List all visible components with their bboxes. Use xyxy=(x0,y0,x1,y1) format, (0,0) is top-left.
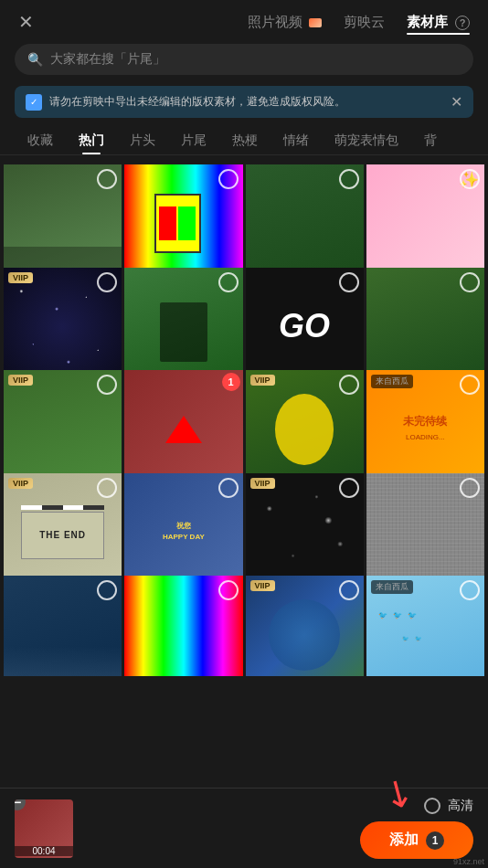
quality-radio[interactable] xyxy=(424,798,440,814)
select-circle-4[interactable] xyxy=(460,169,480,189)
grid-item-16[interactable]: ⬇ 00:01 xyxy=(366,473,484,591)
grid-item-12[interactable]: 未完待续LOADING... 来自西瓜 ⬇ 00:04 xyxy=(366,370,484,488)
vip-badge-19: VIIP xyxy=(250,580,275,591)
tab-cloud[interactable]: 剪映云 xyxy=(344,14,385,31)
select-circle-6[interactable] xyxy=(218,272,239,292)
help-icon[interactable]: ? xyxy=(455,16,470,30)
grid-item-1[interactable]: ⬇ 00:29 xyxy=(4,164,122,282)
selected-duration: 00:04 xyxy=(15,846,73,856)
close-notice-button[interactable]: ✕ xyxy=(451,93,462,111)
select-circle-18[interactable] xyxy=(218,580,239,600)
add-count: 1 xyxy=(426,831,444,850)
grid-item-7[interactable]: GO ⬇ 00:02 xyxy=(246,268,364,386)
top-nav: ✕ 照片视频 剪映云 素材库 ? xyxy=(0,0,488,44)
notice-text: 请勿在剪映中导出未经编辑的版权素材，避免造成版权风险。 xyxy=(49,94,443,110)
watermark: 91xz.net xyxy=(453,857,484,866)
close-button[interactable]: ✕ xyxy=(18,11,46,33)
select-circle-14[interactable] xyxy=(218,478,239,498)
select-circle-11[interactable] xyxy=(339,375,359,395)
notice-bar: ✓ 请勿在剪映中导出未经编辑的版权素材，避免造成版权风险。 ✕ xyxy=(15,86,473,118)
select-circle-5[interactable] xyxy=(97,272,117,292)
grid-item-13[interactable]: THE END VIIP ⬇ 00:12 xyxy=(4,473,122,591)
grid-item-8[interactable]: ⬇ 00:15 xyxy=(366,268,484,386)
bottom-right: 高清 添加 1 xyxy=(360,798,473,859)
bottom-area: 00:04 − 高清 添加 1 xyxy=(0,788,488,868)
vip-badge-13: VIIP xyxy=(8,478,33,489)
select-circle-8[interactable] xyxy=(460,272,480,292)
grid-item-15[interactable]: VIIP ⬇ 00:08 xyxy=(246,473,364,591)
vip-badge-11: VIIP xyxy=(250,375,275,386)
bottom-row: 00:04 − 高清 添加 1 xyxy=(15,798,473,859)
category-hot[interactable]: 热门 xyxy=(66,127,117,154)
select-circle-3[interactable] xyxy=(339,169,359,189)
selected-thumbnail: 00:04 − xyxy=(15,799,73,858)
category-title[interactable]: 片头 xyxy=(117,127,168,154)
select-circle-15[interactable] xyxy=(339,478,359,498)
grid-item-14[interactable]: 祝您HAPPY DAY ⬇ 00:07 xyxy=(124,473,242,591)
category-tail[interactable]: 片尾 xyxy=(168,127,219,154)
xigua-badge-12: 来自西瓜 xyxy=(371,375,413,388)
video-icon xyxy=(309,18,322,27)
quality-label: 高清 xyxy=(448,798,473,814)
xigua-badge-20: 来自西瓜 xyxy=(371,580,413,594)
add-button-label: 添加 xyxy=(389,831,419,847)
category-bg[interactable]: 背 xyxy=(411,127,450,154)
grid-item-11[interactable]: VIIP ⬇ 00:11 xyxy=(246,370,364,488)
category-collect[interactable]: 收藏 xyxy=(15,127,66,154)
vip-badge-15: VIIP xyxy=(250,478,275,489)
vip-badge-9: VIIP xyxy=(8,375,33,386)
shield-icon: ✓ xyxy=(26,94,42,111)
select-circle-7[interactable] xyxy=(339,272,359,292)
nav-tabs: 照片视频 剪映云 素材库 ? xyxy=(248,14,470,31)
search-icon: 🔍 xyxy=(27,52,43,67)
grid-item-9[interactable]: VIIP xyxy=(4,370,122,488)
number-badge-10: 1 xyxy=(222,373,240,391)
tab-photos[interactable]: 照片视频 xyxy=(248,14,322,31)
grid-item-18[interactable] xyxy=(124,576,242,676)
select-circle-16[interactable] xyxy=(460,478,480,498)
grid-item-4[interactable]: ✨ ⬇ 00:04 xyxy=(366,164,484,282)
grid-item-2[interactable]: ⬇ 00:01 xyxy=(124,164,242,282)
grid-item-20[interactable]: 🐦 🐦 🐦 🐦 🐦 来自西瓜 xyxy=(366,576,484,676)
tab-materials[interactable]: 素材库 ? xyxy=(407,14,470,31)
quality-row: 高清 xyxy=(424,798,473,814)
category-emotion[interactable]: 情绪 xyxy=(271,127,322,154)
grid-item-6[interactable]: ⬇ 00:04 xyxy=(124,268,242,386)
category-tabs: 收藏 热门 片头 片尾 热梗 情绪 萌宠表情包 背 xyxy=(0,127,488,155)
category-meme[interactable]: 热梗 xyxy=(219,127,271,154)
select-circle-2[interactable] xyxy=(218,169,239,189)
select-circle-13[interactable] xyxy=(97,478,117,498)
search-bar[interactable]: 🔍 大家都在搜「片尾」 xyxy=(15,44,473,75)
add-button[interactable]: 添加 1 xyxy=(360,821,473,859)
vip-badge-5: VIIP xyxy=(8,272,33,283)
grid-item-5[interactable]: VIIP ⬇ 00:26 xyxy=(4,268,122,386)
grid-item-17[interactable] xyxy=(4,576,122,676)
category-pet[interactable]: 萌宠表情包 xyxy=(322,127,411,154)
grid-item-10[interactable]: 1 00:04 xyxy=(124,370,242,488)
media-grid: ⬇ 00:29 ⬇ 00:01 ⬇ 00:33 ✨ ⬇ 00:04 VII xyxy=(0,164,488,676)
select-circle-19[interactable] xyxy=(339,580,359,600)
grid-item-19[interactable]: VIIP xyxy=(246,576,364,676)
grid-item-3[interactable]: ⬇ 00:33 xyxy=(246,164,364,282)
search-input[interactable]: 大家都在搜「片尾」 xyxy=(50,51,165,68)
